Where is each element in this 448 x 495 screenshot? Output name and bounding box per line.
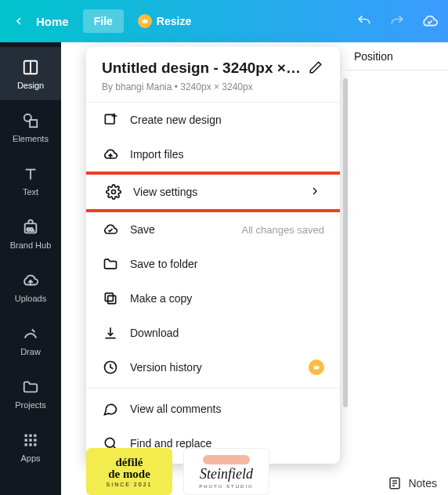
design-byline: By bhangi Mania • 3240px × 3240px [102,81,324,92]
svg-rect-17 [34,443,36,446]
svg-text:CO.: CO. [27,227,34,232]
sidebar-item-draw[interactable]: Draw [0,313,61,367]
edit-title-icon[interactable] [309,60,324,76]
sidebar-item-design[interactable]: Design [0,47,61,100]
template-thumb[interactable]: défilé de mode SINCE 2021 [86,448,172,495]
chevron-right-icon [309,185,321,200]
back-icon[interactable] [9,12,28,31]
menu-download[interactable]: Download [86,316,340,350]
svg-point-28 [105,438,114,447]
brand-icon: CO. [20,217,41,237]
undo-icon[interactable] [356,13,373,30]
crown-icon [138,14,152,28]
left-sidebar: Design Elements Text CO. Brand Hub Uploa… [0,42,61,495]
sidebar-item-text[interactable]: Text [0,154,61,207]
redo-icon[interactable] [388,13,406,30]
folder-icon [20,377,41,397]
resize-label: Resize [157,15,191,27]
svg-rect-10 [29,435,31,437]
svg-rect-14 [34,439,36,441]
file-menu-button[interactable]: File [83,9,124,33]
svg-rect-9 [25,435,27,437]
menu-create-new-design[interactable]: Create new design [86,103,340,137]
resize-button[interactable]: Resize [138,14,191,28]
svg-rect-3 [30,120,37,127]
text-icon [20,164,41,184]
menu-save-to-folder[interactable]: Save to folder [86,247,340,281]
create-icon [102,111,119,128]
scrollbar[interactable] [343,78,348,407]
comment-icon [102,400,119,417]
svg-rect-11 [34,435,36,437]
cloud-sync-icon[interactable] [421,13,439,30]
menu-import-files[interactable]: Import files [86,137,340,172]
position-button[interactable]: Position [346,42,448,70]
brush-shape [203,455,250,464]
svg-rect-24 [105,293,113,301]
home-button[interactable]: Home [36,15,69,28]
svg-rect-12 [25,439,27,441]
sidebar-item-elements[interactable]: Elements [0,100,61,154]
svg-rect-13 [29,439,31,441]
notes-icon [388,476,402,490]
sidebar-item-brand-hub[interactable]: CO. Brand Hub [0,207,61,260]
topbar-right-group [356,13,439,30]
import-icon [102,146,119,163]
svg-rect-23 [108,296,116,304]
menu-view-settings[interactable]: View settings [86,172,340,212]
menu-separator [86,388,340,388]
template-thumb[interactable]: Steinfield PHOTO STUDIO [183,448,269,495]
notes-button[interactable]: Notes [388,476,437,490]
download-icon [102,324,119,341]
menu-version-history[interactable]: Version history [86,350,340,385]
dropdown-header: Untitled design - 3240px × 3... By bhang… [86,47,340,103]
template-thumbnails: défilé de mode SINCE 2021 Steinfield PHO… [86,448,269,495]
menu-view-comments[interactable]: View all comments [86,392,340,426]
cloud-upload-icon [20,270,41,291]
design-title[interactable]: Untitled design - 3240px × 3... [102,60,302,77]
premium-crown-icon [309,360,324,375]
sidebar-item-apps[interactable]: Apps [0,420,61,473]
shapes-icon [20,110,41,131]
file-dropdown: Untitled design - 3240px × 3... By bhang… [86,47,340,464]
draw-icon [20,323,41,344]
sidebar-item-uploads[interactable]: Uploads [0,260,61,313]
folder-save-icon [102,255,119,273]
history-icon [102,359,119,376]
menu-save[interactable]: Save All changes saved [86,212,340,247]
sidebar-item-projects[interactable]: Projects [0,367,61,420]
svg-rect-15 [25,443,27,446]
menu-make-copy[interactable]: Make a copy [86,281,340,316]
apps-grid-icon [20,430,41,450]
top-toolbar: Home File Resize [0,0,448,42]
layout-icon [20,57,41,78]
copy-icon [102,290,119,307]
svg-rect-16 [29,443,31,446]
save-status: All changes saved [241,224,324,236]
save-icon [102,221,119,238]
svg-point-22 [112,190,116,194]
gear-icon [105,183,122,201]
